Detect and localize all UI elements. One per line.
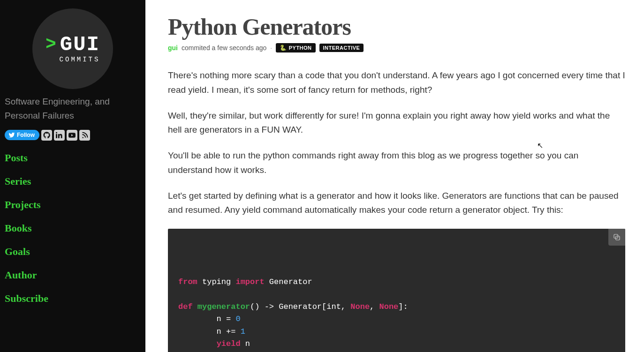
linkedin-icon[interactable]	[54, 130, 65, 141]
nav-item-series[interactable]: Series	[5, 175, 141, 187]
nav-item-projects[interactable]: Projects	[5, 199, 141, 211]
social-row: Follow	[5, 130, 141, 141]
youtube-icon[interactable]	[67, 130, 77, 141]
nav-item-subscribe[interactable]: Subscribe	[5, 292, 141, 305]
code-block: from typing import Generator def mygener…	[168, 229, 625, 352]
tag-python-label: PYTHON	[289, 45, 312, 51]
tag-python[interactable]: 🐍 PYTHON	[276, 43, 315, 52]
post-commit-time: commited a few seconds ago	[182, 44, 266, 52]
post-author[interactable]: gui	[168, 44, 178, 52]
primary-nav: Posts Series Projects Books Goals Author…	[5, 152, 141, 305]
nav-item-books[interactable]: Books	[5, 222, 141, 234]
site-tagline: Software Engineering, and Personal Failu…	[5, 95, 141, 123]
rss-icon[interactable]	[79, 130, 90, 141]
meta-separator: ·	[270, 44, 272, 52]
copy-icon	[613, 233, 621, 241]
post-content: Python Generators gui commited a few sec…	[145, 0, 644, 352]
post-body: There's nothing more scary than a code t…	[168, 68, 625, 352]
logo-circle: > GUI COMMITS	[32, 8, 113, 89]
sidebar: > GUI COMMITS Software Engineering, and …	[0, 0, 145, 352]
logo-text-gui: GUI	[60, 34, 100, 55]
twitter-follow-button[interactable]: Follow	[5, 130, 39, 140]
post-title: Python Generators	[168, 13, 625, 40]
post-paragraph: There's nothing more scary than a code t…	[168, 68, 625, 97]
nav-item-goals[interactable]: Goals	[5, 246, 141, 258]
tag-interactive[interactable]: INTERACTIVE	[319, 44, 364, 52]
twitter-follow-label: Follow	[17, 132, 35, 138]
post-paragraph: Let's get started by defining what is a …	[168, 189, 625, 218]
logo-caret: >	[45, 36, 56, 53]
python-emoji-icon: 🐍	[280, 45, 287, 51]
github-icon[interactable]	[41, 130, 52, 141]
logo-line1: > GUI	[45, 34, 100, 55]
copy-code-button[interactable]	[608, 229, 625, 246]
nav-item-posts[interactable]: Posts	[5, 152, 141, 164]
site-logo[interactable]: > GUI COMMITS	[5, 8, 141, 89]
post-meta: gui commited a few seconds ago · 🐍 PYTHO…	[168, 43, 625, 52]
tag-interactive-label: INTERACTIVE	[323, 45, 360, 51]
code-content: from typing import Generator def mygener…	[178, 276, 615, 352]
post-paragraph: Well, they're similar, but work differen…	[168, 109, 625, 138]
nav-item-author[interactable]: Author	[5, 269, 141, 281]
logo-text-commits: COMMITS	[60, 56, 100, 63]
post-paragraph: You'll be able to run the python command…	[168, 149, 625, 178]
twitter-icon	[8, 132, 15, 138]
